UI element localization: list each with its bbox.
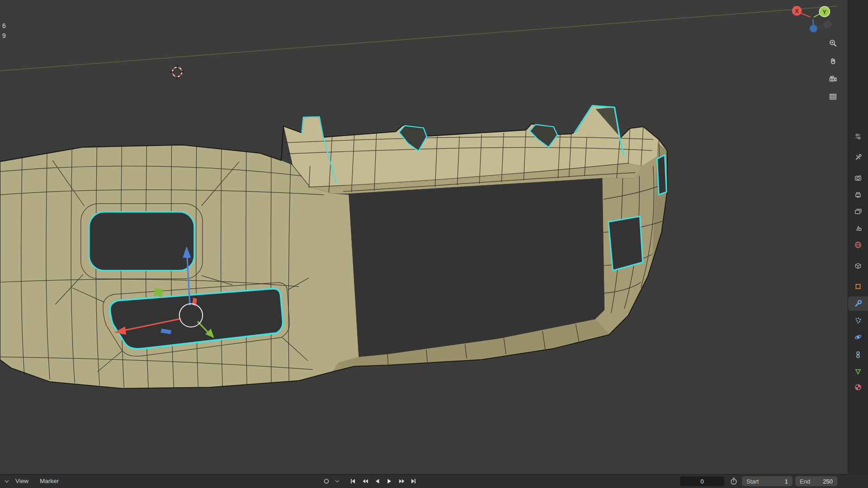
output-tab[interactable] xyxy=(848,188,868,202)
auto-keying-record-icon[interactable] xyxy=(323,478,330,485)
blender-window: { "viewport": { "stats": ["6", "9"], "na… xyxy=(0,0,868,488)
stats-line-1: 6 xyxy=(2,23,6,29)
view-layer-tab[interactable] xyxy=(848,204,868,219)
output-tab-icon xyxy=(854,191,862,199)
prev-keyframe-button[interactable] xyxy=(362,478,369,485)
frame-end-value: 250 xyxy=(823,478,833,485)
viewport-3d[interactable]: X Y xyxy=(0,0,868,488)
timeline-header: View Marker 0 Start 1 End 250 xyxy=(0,474,868,488)
nav-axis-x-label: X xyxy=(795,8,799,14)
camera-view-button[interactable] xyxy=(826,71,841,87)
scene-tab[interactable] xyxy=(848,221,868,235)
frame-current-field[interactable]: 0 xyxy=(680,476,724,486)
perspective-grid-icon xyxy=(829,92,838,101)
constraints-tab[interactable] xyxy=(848,347,868,362)
object-tab[interactable] xyxy=(848,279,868,294)
editor-type-tab[interactable] xyxy=(848,129,868,144)
keying-set-chevron-icon[interactable] xyxy=(335,479,340,483)
frame-start-field[interactable]: Start 1 xyxy=(742,476,793,486)
world-tab-icon xyxy=(854,241,862,249)
playback-stopwatch-icon[interactable] xyxy=(730,477,738,485)
modifiers-tab[interactable] xyxy=(848,296,868,311)
view-layer-tab-icon xyxy=(854,207,862,216)
physics-tab[interactable] xyxy=(848,330,868,344)
object-data-tab[interactable] xyxy=(848,364,868,379)
mesh-fog-opening xyxy=(89,212,194,271)
3d-cursor-icon xyxy=(170,65,184,79)
nav-axis-y-label: Y xyxy=(823,9,827,15)
render-tab[interactable] xyxy=(848,171,868,185)
pan-hand-icon xyxy=(829,56,838,66)
particles-tab-icon xyxy=(854,316,862,324)
zoom-button[interactable] xyxy=(826,36,841,51)
frame-current-value: 0 xyxy=(700,478,703,485)
collection-tab-icon xyxy=(854,262,862,270)
object-data-tab-icon xyxy=(854,367,862,375)
pan-view-button[interactable] xyxy=(826,53,841,69)
camera-view-icon xyxy=(829,75,838,84)
gizmo-plane-xy[interactable] xyxy=(154,288,163,297)
menu-view[interactable]: View xyxy=(15,474,28,488)
play-button[interactable] xyxy=(386,478,393,485)
object-tab-icon xyxy=(854,282,862,291)
properties-tab-strip xyxy=(848,0,868,474)
particles-tab[interactable] xyxy=(848,313,868,328)
tool-tab-icon xyxy=(854,153,862,161)
jump-to-end-button[interactable] xyxy=(410,478,417,485)
physics-tab-icon xyxy=(854,333,862,341)
nav-axis-z-ball[interactable] xyxy=(810,24,817,32)
frame-start-label: Start xyxy=(746,478,759,485)
perspective-toggle-button[interactable] xyxy=(826,89,841,104)
collection-tab[interactable] xyxy=(848,258,868,273)
frame-start-value: 1 xyxy=(785,478,788,485)
material-tab[interactable] xyxy=(848,380,868,394)
play-reverse-button[interactable] xyxy=(374,478,381,485)
jump-to-start-button[interactable] xyxy=(349,478,356,485)
tool-tab[interactable] xyxy=(848,150,868,164)
zoom-icon xyxy=(829,39,838,48)
frame-end-field[interactable]: End 250 xyxy=(795,476,837,486)
world-tab[interactable] xyxy=(848,238,868,252)
menu-marker[interactable]: Marker xyxy=(40,474,59,488)
mesh-object-bumper[interactable] xyxy=(0,106,668,389)
next-keyframe-button[interactable] xyxy=(398,478,406,485)
scene-tab-icon xyxy=(854,224,862,232)
render-tab-icon xyxy=(854,174,862,182)
editor-type-icon xyxy=(854,132,862,141)
modifiers-wrench-icon xyxy=(854,300,862,308)
frame-end-label: End xyxy=(800,478,810,485)
material-tab-icon xyxy=(854,383,862,391)
nav-axis-gizmo[interactable]: X Y xyxy=(792,6,831,33)
constraints-tab-icon xyxy=(854,351,862,359)
world-y-axis-line xyxy=(0,6,837,70)
nav-axis-negative-ball[interactable] xyxy=(824,21,831,28)
editor-menu-chevron-icon[interactable] xyxy=(4,478,10,485)
stats-line-2: 9 xyxy=(2,33,6,39)
mesh-right-opening-2 xyxy=(609,216,643,271)
